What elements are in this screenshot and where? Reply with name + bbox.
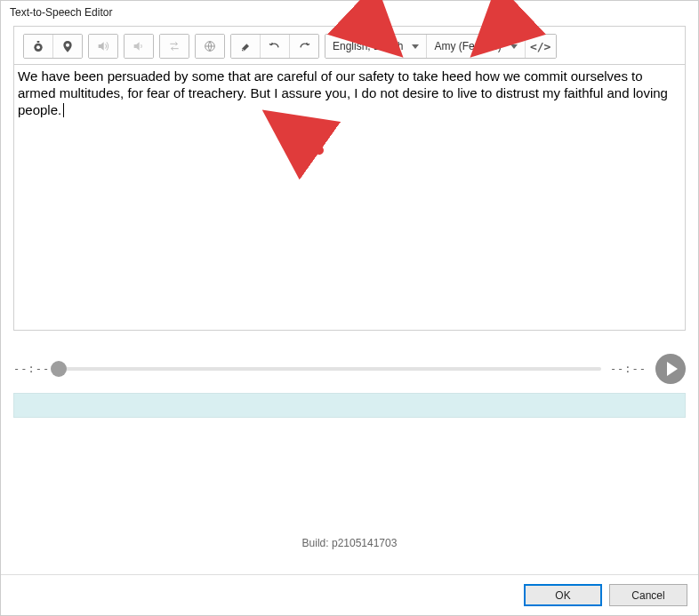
play-icon [667,362,678,376]
group-edit [230,34,319,59]
time-elapsed: --:-- [13,363,50,375]
group-volume2 [124,34,154,59]
text-editor[interactable]: We have been persuaded by some that are … [14,64,685,330]
voice-dropdown[interactable]: Amy (Female) [426,35,524,58]
cancel-label: Cancel [631,589,664,602]
ok-label: OK [555,589,570,602]
seek-slider[interactable] [59,367,601,371]
source-code-button[interactable]: </> [525,35,556,58]
group-timing [23,34,83,59]
cancel-button[interactable]: Cancel [609,584,687,606]
marker-button[interactable] [52,35,82,58]
volume-on-button[interactable] [89,35,117,58]
group-volume [88,34,118,59]
redo-icon [297,39,311,53]
editor-panel: English, British Amy (Female) </> [13,26,686,331]
window-body: English, British Amy (Female) </> [1,26,698,574]
volume-button-2[interactable] [125,35,153,58]
build-label: Build: p2105141703 [13,537,686,549]
eraser-icon [238,39,253,53]
chevron-down-icon [412,44,419,49]
svg-rect-1 [37,41,40,43]
redo-button[interactable] [289,35,318,58]
group-language-voice: English, British Amy (Female) </> [325,34,557,59]
play-button[interactable] [655,354,686,384]
undo-button[interactable] [260,35,289,58]
language-dropdown[interactable]: English, British [325,35,426,58]
seek-thumb[interactable] [51,361,67,377]
waveform-area [13,393,686,418]
window-title: Text-to-Speech Editor [1,1,698,26]
swap-icon [167,39,181,53]
pin-icon [60,39,75,53]
editor-text: We have been persuaded by some that are … [18,68,668,117]
volume-icon [96,39,110,53]
group-globe [195,34,225,59]
dialog-footer: OK Cancel [1,574,698,615]
globe-icon [203,39,217,53]
swap-button[interactable] [160,35,189,58]
text-cursor [63,103,64,117]
player: --:-- --:-- [13,354,686,384]
stopwatch-button[interactable] [24,35,52,58]
code-icon: </> [530,40,550,53]
voice-label: Amy (Female) [434,40,501,52]
chevron-down-icon [510,44,518,49]
globe-button[interactable] [196,35,224,58]
tts-window: Text-to-Speech Editor [0,0,699,616]
volume-low-icon [132,39,146,53]
eraser-button[interactable] [231,35,260,58]
language-label: English, British [333,40,403,52]
svg-point-2 [36,45,40,49]
time-remaining: --:-- [610,363,647,375]
group-swap [159,34,189,59]
stopwatch-icon [31,39,45,53]
svg-point-3 [66,44,69,47]
toolbar: English, British Amy (Female) </> [14,27,685,64]
undo-icon [268,39,282,53]
ok-button[interactable]: OK [524,584,602,606]
